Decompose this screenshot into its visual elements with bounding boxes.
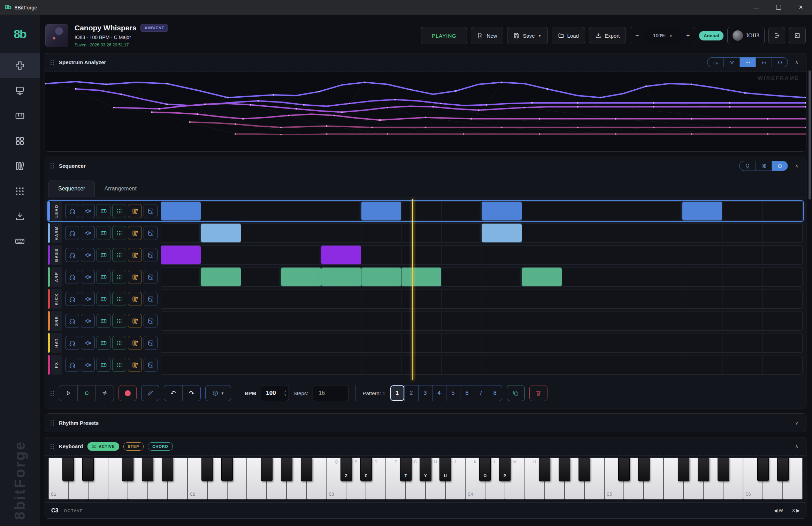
step-cell-11[interactable] (562, 311, 602, 330)
step-cell-6[interactable] (361, 355, 401, 374)
expand-rhythm-button[interactable]: ∨ (793, 420, 800, 426)
export-button[interactable]: Export (589, 27, 626, 44)
track-row-hat[interactable]: HAT (48, 333, 803, 353)
step-cell-16[interactable] (762, 311, 802, 330)
step-cell-6[interactable] (361, 268, 401, 286)
step-cell-4[interactable] (281, 202, 321, 220)
black-key[interactable] (678, 458, 689, 481)
drag-handle[interactable] (51, 444, 54, 449)
maximize-button[interactable] (767, 0, 790, 15)
piano-mode-button[interactable] (97, 270, 110, 284)
step-cell-14[interactable] (682, 290, 722, 308)
step-cell-9[interactable] (482, 333, 522, 352)
step-cell-16[interactable] (762, 202, 802, 220)
step-cell-4[interactable] (281, 355, 321, 374)
step-cell-9[interactable] (482, 311, 522, 330)
step-cell-11[interactable] (562, 290, 602, 308)
step-cell-3[interactable] (241, 224, 281, 242)
step-cell-11[interactable] (562, 246, 602, 264)
grid-mode-button[interactable] (112, 336, 126, 350)
step-cell-3[interactable] (241, 311, 281, 330)
black-key[interactable] (718, 458, 729, 481)
pattern-button-7[interactable]: 7 (474, 385, 488, 401)
library-button[interactable] (128, 204, 142, 218)
solo-button[interactable] (65, 314, 79, 328)
black-key[interactable]: U (439, 458, 451, 481)
pattern-button-5[interactable]: 5 (446, 385, 460, 401)
step-cell-2[interactable] (201, 224, 241, 242)
library-button[interactable] (128, 270, 142, 284)
step-cell-3[interactable] (241, 202, 281, 220)
step-cell-8[interactable] (441, 333, 481, 352)
step-cell-11[interactable] (562, 333, 602, 352)
black-key[interactable] (539, 458, 550, 481)
solo-button[interactable] (65, 336, 79, 350)
mute-button[interactable] (81, 292, 95, 306)
black-key[interactable] (221, 458, 233, 481)
step-cell-13[interactable] (642, 224, 682, 242)
step-cell-14[interactable] (682, 246, 722, 264)
mute-button[interactable] (81, 270, 95, 284)
mute-button[interactable] (81, 358, 95, 372)
redo-button[interactable]: ↷ (182, 385, 200, 401)
spectrum-mode-scatter[interactable] (740, 58, 756, 67)
tab-sequencer[interactable]: Sequencer (48, 180, 95, 197)
grid-mode-button[interactable] (112, 292, 126, 306)
piano-mode-button[interactable] (97, 358, 110, 372)
step-cell-11[interactable] (562, 224, 602, 242)
pattern-button-8[interactable]: 8 (488, 385, 502, 401)
step-cell-10[interactable] (522, 202, 562, 220)
step-cell-6[interactable] (361, 311, 401, 330)
randomize-button[interactable] (144, 314, 158, 328)
step-cell-2[interactable] (201, 268, 241, 286)
step-cell-15[interactable] (722, 268, 762, 286)
randomize-button[interactable] (144, 204, 158, 218)
step-cell-14[interactable] (682, 311, 722, 330)
drag-handle[interactable] (51, 60, 54, 65)
sidebar-item-dpad[interactable] (0, 53, 40, 78)
piano-mode-button[interactable] (97, 226, 110, 240)
solo-button[interactable] (65, 248, 79, 262)
step-cell-14[interactable] (682, 224, 722, 242)
step-cell-1[interactable] (161, 355, 201, 374)
grid-mode-button[interactable] (112, 270, 126, 284)
mute-button[interactable] (81, 314, 95, 328)
step-cell-9[interactable] (482, 355, 522, 374)
step-cell-4[interactable] (281, 290, 321, 308)
duplicate-pattern-button[interactable] (507, 385, 525, 401)
black-key[interactable] (162, 458, 173, 481)
step-cell-10[interactable] (522, 290, 562, 308)
step-cell-4[interactable] (281, 268, 321, 286)
step-cell-1[interactable] (161, 268, 201, 286)
step-cell-16[interactable] (762, 224, 802, 242)
track-row-snr[interactable]: SNR (48, 311, 803, 331)
black-key[interactable]: P (499, 458, 511, 481)
piano-mode-button[interactable] (97, 336, 110, 350)
step-cell-5[interactable] (321, 224, 361, 242)
track-row-arp[interactable]: ARP (48, 267, 803, 287)
step-cell-10[interactable] (522, 333, 562, 352)
solo-button[interactable] (65, 226, 79, 240)
library-button[interactable] (128, 336, 142, 350)
black-key[interactable] (638, 458, 650, 481)
step-cell-1[interactable] (161, 246, 201, 264)
pattern-button-1[interactable]: 1 (390, 385, 404, 401)
zoom-in-button[interactable]: + (681, 27, 695, 44)
sequencer-view-square[interactable] (772, 161, 788, 171)
randomize-button[interactable] (144, 358, 158, 372)
collapse-keyboard-button[interactable]: ∧ (793, 444, 800, 449)
step-cell-15[interactable] (722, 202, 762, 220)
black-key[interactable] (62, 458, 74, 481)
grid-mode-button[interactable] (112, 314, 126, 328)
step-cell-2[interactable] (201, 246, 241, 264)
black-key[interactable]: Z (340, 458, 352, 481)
drag-handle[interactable] (51, 391, 54, 396)
step-cell-5[interactable] (321, 268, 361, 286)
solo-button[interactable] (65, 292, 79, 306)
library-button[interactable] (128, 226, 142, 240)
sidebar-item-workstation[interactable] (0, 78, 40, 103)
sidebar-item-download[interactable] (0, 204, 40, 229)
black-key[interactable] (82, 458, 94, 481)
collapse-sequencer-button[interactable]: ∧ (793, 163, 800, 168)
step-cell-2[interactable] (201, 290, 241, 308)
